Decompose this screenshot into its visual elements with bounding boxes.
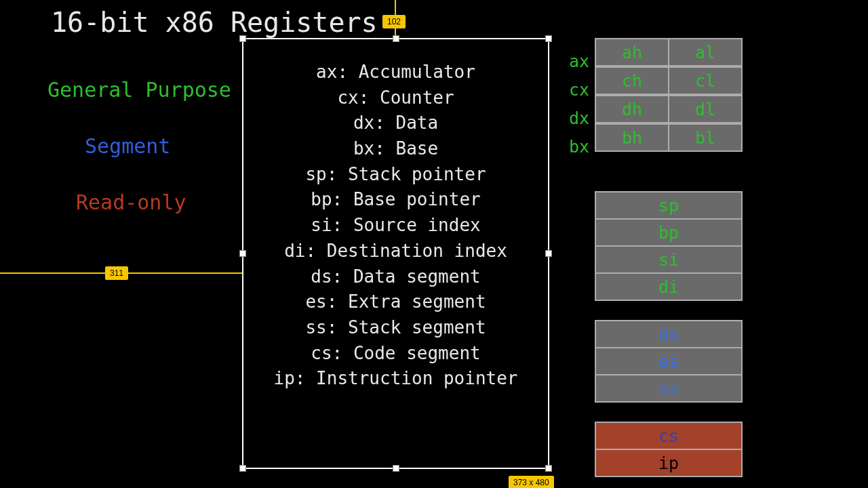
ptr-cell: di bbox=[595, 273, 742, 300]
reg-desc: ss: Stack segment bbox=[242, 315, 549, 341]
resize-handle-top-left[interactable] bbox=[239, 35, 246, 42]
reg-desc: dx: Data bbox=[242, 110, 549, 136]
gp-register-table: axahal cxchcl dxdhdl bxbhbl bbox=[565, 38, 743, 171]
resize-handle-bottom-right[interactable] bbox=[545, 465, 552, 472]
selection-dimensions-tag: 373 x 480 bbox=[509, 476, 554, 488]
page-title: 16-bit x86 Registers bbox=[51, 7, 378, 38]
legend-segment: Segment bbox=[85, 134, 231, 158]
gp-row-label: dx bbox=[565, 105, 595, 132]
reg-desc: cs: Code segment bbox=[242, 341, 549, 367]
reg-desc: cx: Counter bbox=[242, 85, 549, 111]
gp-cell-lo: bl bbox=[669, 124, 742, 151]
reg-desc: di: Destination index bbox=[242, 239, 549, 264]
ptr-cell: si bbox=[595, 246, 742, 273]
reg-desc: es: Extra segment bbox=[242, 289, 549, 315]
pointer-register-table: sp bp si di bbox=[595, 191, 743, 301]
legend: General Purpose Segment Read-only bbox=[47, 78, 231, 247]
gp-row-label: bx bbox=[565, 134, 595, 161]
register-tables: axahal cxchcl dxdhdl bxbhbl sp bp si di … bbox=[565, 38, 743, 488]
ptr-cell: sp bbox=[595, 192, 742, 219]
gp-row-label: cx bbox=[565, 77, 595, 104]
gp-row-label: ax bbox=[565, 48, 595, 75]
reg-desc: ax: Accumulator bbox=[242, 60, 549, 85]
gp-cell-hi: ah bbox=[595, 39, 669, 66]
register-description-list: ax: Accumulator cx: Counter dx: Data bx:… bbox=[242, 60, 549, 392]
reg-desc: ds: Data segment bbox=[242, 264, 549, 290]
readonly-register-table: cs ip bbox=[595, 422, 743, 477]
seg-cell: ss bbox=[595, 375, 742, 402]
resize-handle-top-middle[interactable] bbox=[393, 35, 399, 42]
legend-general-purpose: General Purpose bbox=[47, 78, 231, 102]
gp-cell-hi: bh bbox=[595, 124, 669, 151]
seg-cell: ds bbox=[595, 321, 742, 348]
ro-cell-ip: ip bbox=[595, 449, 742, 476]
gp-cell-lo: cl bbox=[669, 67, 742, 94]
seg-cell: es bbox=[595, 348, 742, 375]
reg-desc: ip: Instruction pointer bbox=[242, 366, 549, 392]
ro-cell-cs: cs bbox=[595, 422, 742, 449]
gp-cell-hi: dh bbox=[595, 96, 669, 123]
guide-top-offset-tag: 102 bbox=[382, 15, 406, 28]
resize-handle-top-right[interactable] bbox=[545, 35, 552, 42]
guide-left-offset-tag: 311 bbox=[105, 266, 128, 280]
gp-cell-lo: dl bbox=[669, 96, 742, 123]
reg-desc: sp: Stack pointer bbox=[242, 162, 549, 188]
resize-handle-bottom-middle[interactable] bbox=[393, 465, 399, 472]
resize-handle-bottom-left[interactable] bbox=[239, 465, 246, 472]
ptr-cell: bp bbox=[595, 219, 742, 246]
gp-cell-lo: al bbox=[669, 39, 742, 66]
segment-register-table: ds es ss bbox=[595, 320, 743, 403]
reg-desc: bp: Base pointer bbox=[242, 187, 549, 213]
reg-desc: si: Source index bbox=[242, 213, 549, 239]
legend-read-only: Read-only bbox=[76, 190, 231, 214]
reg-desc: bx: Base bbox=[242, 136, 549, 162]
gp-cell-hi: ch bbox=[595, 67, 669, 94]
